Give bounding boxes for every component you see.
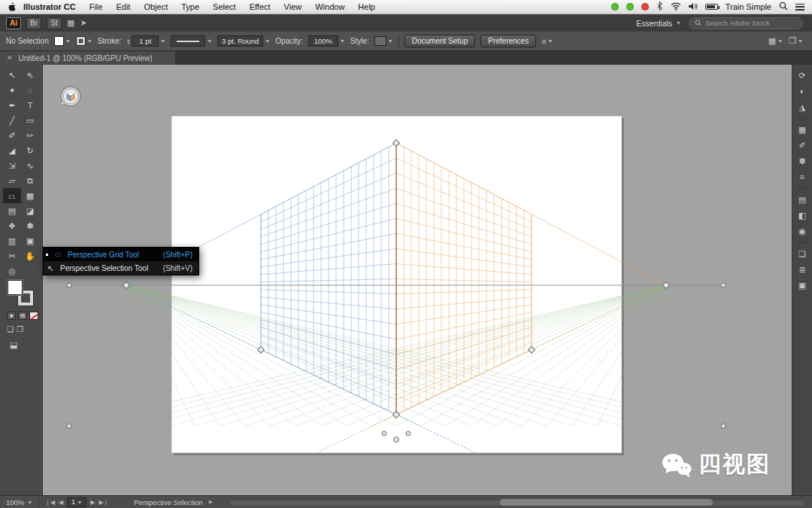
panel-artboards-icon[interactable]: ▣ xyxy=(798,281,806,291)
horizontal-scrollbar[interactable] xyxy=(229,499,804,506)
gradient-tool[interactable]: ▤ xyxy=(3,203,21,218)
style-swatch[interactable] xyxy=(374,36,386,46)
draw-normal-icon[interactable]: ❏ xyxy=(7,325,14,333)
magic-wand-tool[interactable]: ✦ xyxy=(3,83,21,98)
lasso-tool[interactable]: ◌ xyxy=(21,83,39,98)
document-tab[interactable]: ✕ Untitled-1 @ 100% (RGB/GPU Preview) xyxy=(0,51,176,65)
menubar-status-text[interactable]: Train Simple xyxy=(726,2,771,11)
panel-stroke-icon[interactable]: ≡ xyxy=(800,172,804,182)
panel-layers-icon[interactable]: ≣ xyxy=(798,265,805,275)
color-mode-button[interactable]: ■ xyxy=(7,312,16,320)
status-menu-icon[interactable]: ▶ xyxy=(209,499,213,505)
menubar-app-name[interactable]: Illustrator CC xyxy=(17,2,83,11)
panel-appearance-icon[interactable]: ◉ xyxy=(798,227,806,236)
width-tool[interactable]: ∿ xyxy=(21,158,39,173)
next-artboard-icon[interactable]: ▶ xyxy=(90,499,95,506)
status-dot-green2-icon[interactable] xyxy=(626,3,634,11)
screen-mode-button[interactable]: ⬓ xyxy=(10,340,17,350)
close-tab-icon[interactable]: ✕ xyxy=(7,54,13,62)
prev-artboard-icon[interactable]: ◀ xyxy=(59,499,63,506)
zoom-level-dropdown[interactable]: 100%▼ xyxy=(0,496,39,508)
menu-type[interactable]: Type xyxy=(174,2,206,11)
workspace-switcher[interactable]: Essentials▼ xyxy=(636,19,681,28)
blend-tool[interactable]: ❖ xyxy=(3,218,21,233)
none-mode-button[interactable] xyxy=(29,312,38,320)
panel-color-guide-icon[interactable]: ◮ xyxy=(799,102,805,112)
preferences-button[interactable]: Preferences xyxy=(480,35,536,47)
panel-color-icon[interactable]: ◐ xyxy=(800,87,805,96)
volume-icon[interactable] xyxy=(689,2,698,12)
shape-builder-tool[interactable]: ⧉ xyxy=(21,173,39,188)
grid-handle-dot[interactable] xyxy=(67,283,71,287)
bridge-button[interactable]: Br xyxy=(26,17,41,29)
arrange-documents-icon[interactable]: ▦ xyxy=(67,18,74,28)
panel-swatches-icon[interactable]: ▦ xyxy=(798,125,806,135)
status-display[interactable]: Perspective Selection▶ xyxy=(134,498,213,506)
grid-handle-dot[interactable] xyxy=(382,431,386,436)
menu-select[interactable]: Select xyxy=(206,2,243,11)
fill-box[interactable] xyxy=(8,280,23,295)
eraser-tool[interactable]: ◢ xyxy=(3,143,21,158)
rectangle-tool[interactable]: ▭ xyxy=(21,113,39,128)
panel-symbols-icon[interactable]: ✽ xyxy=(798,157,805,166)
selection-tool[interactable]: ↖ xyxy=(3,68,21,83)
scale-tool[interactable]: ⇲ xyxy=(3,158,21,173)
panel-gradient-icon[interactable]: ▤ xyxy=(798,195,806,205)
pen-tool[interactable]: ✒ xyxy=(3,98,21,113)
stock-button[interactable]: St xyxy=(47,17,62,29)
bluetooth-icon[interactable] xyxy=(656,2,663,12)
fill-stroke-widget[interactable] xyxy=(8,280,35,307)
menu-help[interactable]: Help xyxy=(351,2,382,11)
stroke-label[interactable]: Stroke: xyxy=(98,37,122,45)
grid-handle-dot[interactable] xyxy=(721,283,726,287)
grid-handle-dot[interactable] xyxy=(67,424,71,428)
wifi-icon[interactable] xyxy=(671,2,681,12)
scrollbar-thumb[interactable] xyxy=(500,499,713,506)
line-segment-tool[interactable]: ╱ xyxy=(3,113,21,128)
free-transform-tool[interactable]: ▱ xyxy=(3,173,21,188)
style-dropdown[interactable]: ▼ xyxy=(374,36,393,46)
rotate-tool[interactable]: ↻ xyxy=(21,143,39,158)
column-graph-tool[interactable]: ▥ xyxy=(3,233,21,248)
perspective-grid-tool[interactable]: ⏢ xyxy=(3,188,21,203)
opacity-dropdown[interactable]: 100%▼ xyxy=(308,35,345,47)
width-profile-dropdown[interactable]: ▼ xyxy=(171,35,212,47)
document-setup-button[interactable]: Document Setup xyxy=(404,35,476,47)
artboard-tool[interactable]: ▣ xyxy=(21,233,39,248)
direct-selection-tool[interactable]: ⇖ xyxy=(21,68,39,83)
menu-effect[interactable]: Effect xyxy=(243,2,277,11)
type-tool[interactable]: T xyxy=(21,98,39,113)
align-menu[interactable]: ≡▼ xyxy=(541,37,553,46)
grid-handle-dot[interactable] xyxy=(721,424,726,428)
last-artboard-icon[interactable]: ▶❘ xyxy=(98,499,108,506)
panel-transparency-icon[interactable]: ◧ xyxy=(798,211,806,221)
fill-color-dropdown[interactable]: ▼ xyxy=(54,36,71,46)
hand-tool[interactable]: ✋ xyxy=(21,248,39,263)
artboard-number-dropdown[interactable]: 1 ▼ xyxy=(67,497,86,507)
panel-graphic-styles-icon[interactable]: ❏ xyxy=(798,249,806,259)
plane-switching-widget[interactable] xyxy=(61,87,80,106)
adobe-stock-search-input[interactable]: Search Adobe Stock xyxy=(689,17,803,29)
menu-object[interactable]: Object xyxy=(137,2,174,11)
symbol-sprayer-tool[interactable]: ✽ xyxy=(21,218,39,233)
spotlight-search-icon[interactable] xyxy=(779,2,788,12)
zoom-tool[interactable]: ◎ xyxy=(3,263,21,278)
stroke-weight-stepper[interactable]: ▲▼1 pt▼ xyxy=(126,35,165,47)
first-artboard-icon[interactable]: ❘◀ xyxy=(45,499,55,506)
menu-edit[interactable]: Edit xyxy=(109,2,137,11)
gradient-mode-button[interactable]: ▤ xyxy=(18,312,27,320)
fill-swatch[interactable] xyxy=(54,36,64,46)
apple-menu-icon[interactable] xyxy=(8,2,17,12)
flyout-item-perspective-selection-tool[interactable]: ↖ Perspective Selection Tool (Shift+V) xyxy=(44,261,198,275)
notification-center-icon[interactable] xyxy=(795,4,804,11)
panel-options-icon[interactable]: ❒▼ xyxy=(789,36,803,46)
grid-handle-dot[interactable] xyxy=(406,431,411,436)
flyout-item-perspective-grid-tool[interactable]: ⏢ Perspective Grid Tool (Shift+P) xyxy=(44,248,198,261)
stroke-swatch[interactable] xyxy=(76,36,86,46)
paintbrush-tool[interactable]: ✐ xyxy=(3,128,21,143)
share-icon[interactable]: ➤ xyxy=(80,18,86,28)
status-dot-green-icon[interactable] xyxy=(611,3,619,11)
grid-handle-dot[interactable] xyxy=(394,437,399,443)
panel-brushes-icon[interactable]: ✐ xyxy=(798,141,805,151)
canvas[interactable]: 四视图 xyxy=(43,65,792,495)
